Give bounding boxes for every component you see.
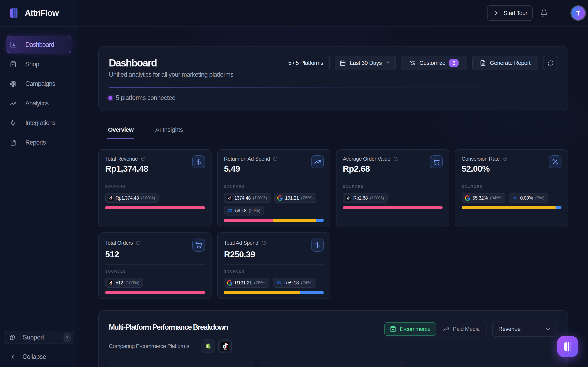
svg-text:TikTok: TikTok: [110, 284, 112, 285]
svg-text:TikTok: TikTok: [229, 200, 231, 200]
svg-text:TikTok: TikTok: [347, 200, 349, 200]
svg-text:TikTok: TikTok: [110, 200, 112, 200]
svg-text:TikTok: TikTok: [223, 349, 227, 350]
